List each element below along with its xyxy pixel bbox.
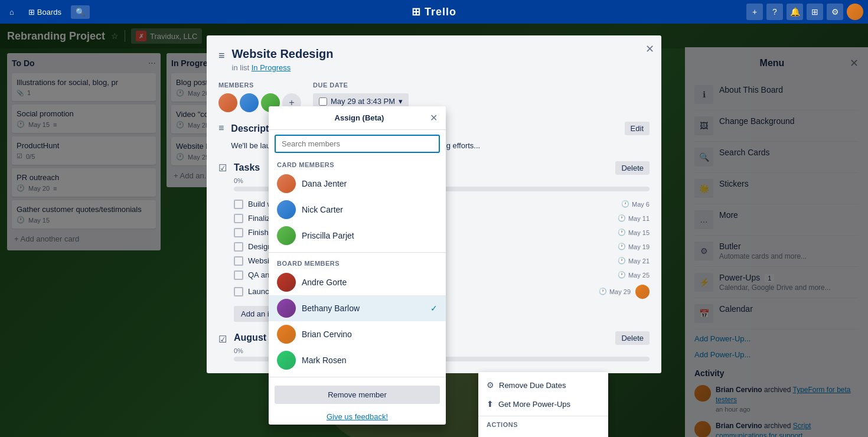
tasks-icon: ☑ bbox=[218, 162, 227, 322]
modal-overlay[interactable]: ✕ ≡ Website Redesign in list In Progress… bbox=[0, 24, 868, 437]
tasks-title: Tasks bbox=[234, 162, 260, 173]
bethany-avatar bbox=[277, 299, 296, 318]
task-due-4: 🕐 May 19 bbox=[618, 243, 650, 250]
remove-due-dates-item[interactable]: ⚙ Remove Due Dates bbox=[478, 376, 608, 394]
desc-edit-button[interactable]: Edit bbox=[625, 122, 650, 135]
card-modal-icon: ≡ bbox=[218, 50, 225, 72]
card-modal-title: Website Redesign bbox=[232, 47, 650, 61]
task-checkbox-6[interactable] bbox=[234, 270, 243, 280]
mark-avatar bbox=[277, 351, 296, 370]
remove-due-dates-label: Remove Due Dates bbox=[499, 381, 566, 390]
assign-member-nick[interactable]: Nick Carter bbox=[269, 197, 446, 223]
tasks-delete-button[interactable]: Delete bbox=[615, 161, 650, 175]
info-icon[interactable]: ? bbox=[766, 4, 783, 20]
due-date-label: DUE DATE bbox=[313, 81, 409, 89]
arrow-up-icon: ⬆ bbox=[487, 399, 494, 409]
brian-avatar bbox=[277, 325, 296, 344]
assign-member-bethany[interactable]: Bethany Barlow ✓ bbox=[269, 295, 446, 321]
actions-label: ACTIONS bbox=[478, 419, 608, 431]
task-due-3: 🕐 May 15 bbox=[618, 229, 650, 236]
card-modal-list-link[interactable]: In Progress bbox=[252, 63, 291, 72]
assign-divider-1 bbox=[269, 252, 446, 253]
bell-icon[interactable]: 🔔 bbox=[787, 4, 803, 20]
assign-member-mark[interactable]: Mark Rosen bbox=[269, 347, 446, 373]
due-date-value: May 29 at 3:43 PM bbox=[331, 97, 395, 106]
assign-modal-title: Assign (Beta) bbox=[289, 113, 430, 122]
chevron-down-icon: ▾ bbox=[399, 97, 403, 106]
task-due-2: 🕐 May 11 bbox=[618, 214, 650, 222]
august-delete-button[interactable]: Delete bbox=[615, 331, 650, 345]
desc-icon: ≡ bbox=[218, 123, 224, 152]
context-menu: ⚙ Remove Due Dates ⬆ Get More Power-Ups … bbox=[478, 372, 608, 437]
feedback-link[interactable]: Give us feedback! bbox=[269, 409, 446, 425]
settings-icon[interactable]: ⚙ bbox=[827, 4, 843, 20]
member-avatar-nick[interactable] bbox=[240, 93, 259, 112]
assign-header: Assign (Beta) ✕ bbox=[269, 106, 446, 130]
assign-member-priscilla[interactable]: Priscilla Parjet bbox=[269, 223, 446, 249]
user-avatar[interactable] bbox=[847, 4, 863, 20]
task-due-1: 🕐 May 6 bbox=[621, 200, 650, 208]
task-avatar-7 bbox=[635, 285, 650, 299]
card-modal-subtitle: in list In Progress bbox=[232, 63, 650, 72]
priscilla-avatar bbox=[277, 226, 296, 245]
search-members-input[interactable] bbox=[275, 135, 440, 153]
andre-avatar bbox=[277, 273, 296, 292]
due-date-checkbox[interactable] bbox=[319, 97, 327, 106]
card-members-label: CARD MEMBERS bbox=[269, 158, 446, 171]
search-button[interactable]: 🔍 bbox=[71, 5, 90, 19]
card-modal-title-area: Website Redesign in list In Progress bbox=[232, 47, 650, 72]
top-nav: ⌂ ⊞ Boards 🔍 ⊞ Trello + ? 🔔 ⊞ ⚙ bbox=[0, 0, 868, 24]
home-button[interactable]: ⌂ bbox=[5, 5, 19, 19]
member-avatar-dana[interactable] bbox=[218, 93, 237, 112]
task-checkbox-1[interactable] bbox=[234, 200, 243, 209]
apps-icon[interactable]: ⊞ bbox=[807, 4, 823, 20]
trello-logo: ⊞ Trello bbox=[412, 5, 456, 18]
assign-member-brian[interactable]: Brian Cervino bbox=[269, 321, 446, 347]
nick-avatar bbox=[277, 200, 296, 219]
bethany-checkmark: ✓ bbox=[430, 304, 438, 313]
remove-member-button[interactable]: Remove member bbox=[275, 386, 440, 404]
board-area: Rebranding Project ☆ ✗ Travidux, LLC To … bbox=[0, 24, 868, 437]
assign-search-area bbox=[269, 130, 446, 158]
assign-modal: Assign (Beta) ✕ CARD MEMBERS Dana Jenter… bbox=[269, 106, 446, 425]
nav-right: + ? 🔔 ⊞ ⚙ bbox=[746, 4, 863, 20]
card-modal-header: ≡ Website Redesign in list In Progress bbox=[207, 35, 661, 72]
task-due-7: 🕐 May 29 bbox=[599, 288, 631, 295]
task-due-5: 🕐 May 21 bbox=[618, 257, 650, 265]
board-members-label: BOARD MEMBERS bbox=[269, 256, 446, 269]
get-more-powerups-item[interactable]: ⬆ Get More Power-Ups bbox=[478, 394, 608, 413]
context-divider bbox=[478, 416, 608, 416]
get-more-powerups-label: Get More Power-Ups bbox=[498, 400, 570, 409]
task-checkbox-2[interactable] bbox=[234, 214, 243, 223]
card-modal-close-button[interactable]: ✕ bbox=[645, 43, 654, 56]
task-checkbox-4[interactable] bbox=[234, 242, 243, 252]
assign-member-andre[interactable]: Andre Gorte bbox=[269, 269, 446, 295]
task-checkbox-5[interactable] bbox=[234, 256, 243, 266]
assign-close-button[interactable]: ✕ bbox=[430, 112, 438, 123]
task-checkbox-3[interactable] bbox=[234, 228, 243, 237]
assign-member-dana[interactable]: Dana Jenter bbox=[269, 171, 446, 197]
boards-button[interactable]: ⊞ Boards bbox=[24, 5, 66, 19]
task-due-6: 🕐 May 25 bbox=[618, 271, 650, 279]
august-icon: ☑ bbox=[218, 334, 227, 361]
gear-icon: ⚙ bbox=[487, 380, 494, 390]
add-icon[interactable]: + bbox=[746, 4, 763, 20]
task-checkbox-7[interactable] bbox=[234, 287, 243, 296]
members-label: MEMBERS bbox=[218, 81, 301, 89]
boards-label: Boards bbox=[37, 8, 61, 17]
dana-avatar bbox=[277, 174, 296, 193]
assign-divider-2 bbox=[269, 377, 446, 377]
move-item[interactable]: → Move bbox=[478, 431, 608, 437]
